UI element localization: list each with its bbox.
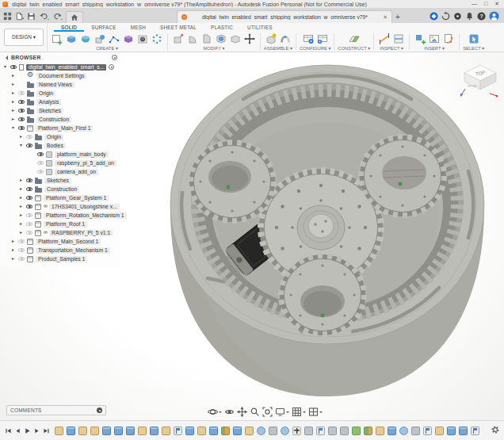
visibility-eye-icon[interactable]	[18, 257, 25, 261]
timeline-feature-icon[interactable]	[411, 427, 420, 435]
visibility-eye-icon[interactable]	[26, 178, 32, 182]
combine-icon[interactable]	[229, 33, 242, 45]
timeline-feature-icon[interactable]	[162, 427, 170, 435]
expand-arrow-icon[interactable]	[17, 202, 25, 211]
timeline-feature-icon[interactable]	[328, 427, 337, 435]
measure-icon[interactable]	[378, 33, 391, 45]
expand-arrow-icon[interactable]	[17, 176, 25, 185]
browser-tree-row[interactable]: Platform_Roof 1	[0, 220, 120, 228]
visibility-eye-icon[interactable]	[18, 117, 25, 121]
timeline-feature-icon[interactable]	[352, 427, 361, 435]
insert-derive-icon[interactable]	[414, 33, 426, 45]
save-icon[interactable]	[27, 10, 36, 21]
browser-tree-row[interactable]: Construction	[0, 185, 120, 193]
insert-menu[interactable]: INSERT ▾	[424, 45, 445, 52]
browser-tree-row[interactable]: Product_Samples 1	[0, 254, 120, 263]
timeline-feature-icon[interactable]	[459, 427, 468, 435]
press-pull-icon[interactable]	[172, 33, 185, 45]
joint-marker[interactable]	[321, 314, 324, 317]
undo-icon[interactable]	[39, 10, 49, 21]
item-label[interactable]: Origin	[36, 90, 55, 97]
select-menu[interactable]: SELECT ▾	[463, 45, 484, 52]
timeline-feature-icon[interactable]	[126, 427, 135, 435]
notifications-bell-icon[interactable]	[465, 12, 474, 21]
timeline-feature-icon[interactable]	[102, 427, 111, 435]
visibility-eye-icon[interactable]	[37, 170, 44, 174]
timeline-feature-icon[interactable]	[340, 427, 349, 435]
browser-options-icon[interactable]	[112, 55, 117, 60]
item-label[interactable]: Platform_Rotation_Mechanism 1	[44, 212, 127, 219]
item-label[interactable]: Construction	[44, 186, 79, 193]
timeline-feature-icon[interactable]	[399, 427, 408, 435]
visibility-eye-icon[interactable]	[18, 126, 25, 130]
visibility-eye-icon[interactable]	[26, 205, 32, 209]
item-label[interactable]: Platform_Main_First 1	[36, 125, 93, 132]
viewports-icon[interactable]	[308, 407, 323, 417]
insert-canvas-icon[interactable]	[428, 33, 441, 45]
select-icon[interactable]	[468, 33, 480, 45]
item-label[interactable]: Platform_Roof 1	[44, 221, 87, 228]
browser-tree-row[interactable]: Platform_Gear_System 1	[0, 193, 120, 202]
browser-tree-row[interactable]: Bodies	[0, 141, 120, 150]
display-settings-icon[interactable]	[275, 407, 289, 417]
timeline-feature-icon[interactable]	[269, 427, 277, 435]
expand-arrow-icon[interactable]	[10, 106, 17, 115]
timeline-feature-icon[interactable]	[304, 427, 313, 435]
browser-tree-row[interactable]: Analysis	[0, 98, 120, 106]
extrude-icon[interactable]	[65, 33, 78, 45]
timeline-feature-icon[interactable]	[114, 427, 123, 435]
timeline-feature-icon[interactable]	[292, 427, 301, 435]
timeline-feature-icon[interactable]	[257, 427, 265, 435]
item-label[interactable]: Sketches	[36, 108, 63, 114]
sweep-icon[interactable]	[94, 33, 106, 45]
help-icon[interactable]: ?	[477, 12, 486, 21]
home-tab[interactable]	[66, 11, 83, 23]
item-label[interactable]: Platform_Main_Second 1	[36, 239, 101, 245]
grid-snaps-icon[interactable]	[292, 407, 306, 417]
create-form-icon[interactable]	[122, 33, 135, 45]
expand-arrow-icon[interactable]	[10, 115, 17, 124]
expand-arrow-icon[interactable]	[17, 193, 25, 202]
visibility-eye-icon[interactable]	[26, 135, 32, 139]
expand-arrow-icon[interactable]	[17, 220, 25, 228]
timeline-feature-icon[interactable]	[364, 427, 372, 435]
browser-tree-row[interactable]: Platform_Main_Second 1	[0, 237, 120, 246]
browser-tree-row[interactable]: platform_main_body	[0, 150, 120, 159]
activate-radio-icon[interactable]	[109, 64, 114, 70]
timeline-feature-icon[interactable]	[245, 427, 254, 435]
expand-arrow-icon[interactable]	[10, 80, 17, 89]
revolve-icon[interactable]	[79, 33, 92, 45]
ribbon-tab[interactable]: UTILITIES	[240, 23, 280, 32]
canvas-viewport[interactable]: TOP FRONT BROWSER	[0, 52, 504, 420]
visibility-eye-icon[interactable]	[26, 222, 32, 226]
visibility-eye-icon[interactable]	[18, 109, 25, 113]
new-component-icon[interactable]	[265, 33, 277, 45]
model-planet-gear-right[interactable]	[360, 136, 445, 216]
skip-end-icon[interactable]	[42, 427, 50, 434]
create-menu[interactable]: CREATE ▾	[96, 45, 118, 52]
timeline-feature-icon[interactable]	[447, 427, 456, 435]
item-label[interactable]: raspberry_pi_5_add_on	[55, 160, 116, 166]
timeline-feature-icon[interactable]	[209, 427, 218, 435]
expand-arrow-icon[interactable]	[10, 89, 17, 98]
expand-arrow-icon[interactable]	[10, 98, 17, 106]
construct-plane-icon[interactable]	[348, 33, 361, 45]
browser-tree-row[interactable]: Platform_Main_First 1	[0, 124, 120, 132]
timeline-gear-icon[interactable]	[491, 423, 500, 438]
comments-bar[interactable]: COMMENTS	[6, 405, 106, 415]
visibility-eye-icon[interactable]	[18, 100, 25, 104]
browser-tree-row[interactable]: Origin	[0, 89, 120, 98]
hole-icon[interactable]	[136, 33, 149, 45]
item-label[interactable]: Document Settings	[36, 73, 86, 79]
item-label[interactable]: Transportation_Mechanism 1	[36, 247, 110, 254]
timeline-feature-icon[interactable]	[197, 427, 206, 435]
browser-tree-row[interactable]: Sketches	[0, 106, 120, 115]
fit-icon[interactable]	[262, 407, 273, 417]
visibility-eye-icon[interactable]	[26, 196, 32, 200]
joint-marker[interactable]	[399, 182, 402, 186]
model-planet-gear-left[interactable]	[189, 141, 275, 222]
configuration-icon[interactable]	[302, 33, 315, 45]
expand-arrow-icon[interactable]	[10, 254, 17, 263]
item-label[interactable]: platform_main_body	[55, 151, 109, 158]
item-label[interactable]: Analysis	[36, 99, 61, 105]
